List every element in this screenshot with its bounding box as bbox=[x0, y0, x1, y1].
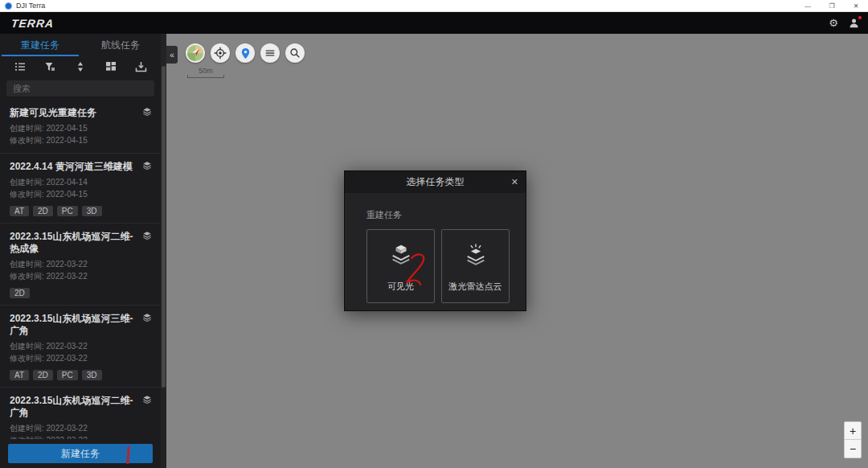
reconstruction-section-label: 重建任务 bbox=[366, 209, 510, 221]
task-item[interactable]: 2022.3.15山东机场巡河三维-广角 创建时间: 2022-03-22 修改… bbox=[0, 306, 161, 388]
task-tag: AT bbox=[10, 206, 29, 216]
new-task-button[interactable]: 新建任务 bbox=[8, 444, 153, 463]
zoom-out-button[interactable]: − bbox=[845, 440, 861, 458]
sidebar-collapse-button[interactable]: « bbox=[166, 46, 178, 64]
os-titlebar: DJI Terra — ❐ ✕ bbox=[0, 0, 868, 12]
task-sidebar: 重建任务 航线任务 新建可见光重建任务 bbox=[0, 34, 161, 468]
filter-icon[interactable] bbox=[44, 61, 56, 73]
restore-button[interactable]: ❐ bbox=[820, 0, 844, 12]
dialog-title: 选择任务类型 bbox=[407, 175, 465, 189]
task-item[interactable]: 2022.3.15山东机场巡河二维-广角 创建时间: 2022-03-22 修改… bbox=[0, 388, 161, 439]
lidar-pointcloud-icon bbox=[464, 243, 488, 270]
sidebar-toolbar bbox=[0, 56, 161, 77]
task-tag: 3D bbox=[82, 206, 102, 216]
user-account-icon[interactable] bbox=[848, 17, 860, 29]
app-icon bbox=[5, 2, 12, 10]
minimize-button[interactable]: — bbox=[796, 0, 820, 12]
task-tag: 2D bbox=[33, 370, 53, 380]
map-zoom-control: + − bbox=[844, 421, 862, 458]
notification-dot bbox=[858, 16, 862, 19]
search-input[interactable] bbox=[6, 80, 154, 96]
task-created: 创建时间: 2022-03-22 bbox=[10, 258, 151, 270]
task-tag: AT bbox=[10, 370, 29, 380]
task-title: 新建可见光重建任务 bbox=[10, 107, 151, 119]
task-tag: 2D bbox=[33, 206, 53, 216]
compass-map-button[interactable] bbox=[186, 43, 205, 63]
dialog-close-icon[interactable]: ✕ bbox=[511, 171, 518, 193]
task-created: 创建时间: 2022-03-22 bbox=[10, 340, 151, 352]
model-stack-icon bbox=[141, 161, 153, 175]
map-scale-bar: 50m bbox=[187, 68, 224, 78]
task-modified: 修改时间: 2022-04-15 bbox=[10, 188, 151, 200]
task-tag: PC bbox=[57, 206, 78, 216]
locate-button[interactable] bbox=[211, 43, 230, 63]
terra-logo: TERRA bbox=[10, 17, 55, 30]
window-title: DJI Terra bbox=[16, 2, 45, 10]
task-type-dialog: 选择任务类型 ✕ 重建任务 bbox=[344, 170, 526, 311]
task-modified: 修改时间: 2022-03-22 bbox=[10, 352, 151, 364]
task-tag: 2D bbox=[10, 288, 30, 298]
task-created: 创建时间: 2022-04-14 bbox=[10, 176, 151, 188]
model-stack-icon bbox=[141, 313, 153, 327]
map-canvas[interactable]: « bbox=[166, 34, 868, 468]
visible-light-model-icon bbox=[389, 243, 413, 270]
task-tag: PC bbox=[57, 370, 78, 380]
task-modified: 修改时间: 2022-03-22 bbox=[10, 270, 151, 282]
scale-label: 50m bbox=[187, 68, 224, 75]
tab-reconstruction-tasks[interactable]: 重建任务 bbox=[0, 34, 80, 56]
list-view-icon[interactable] bbox=[14, 61, 26, 73]
map-toolbar bbox=[186, 43, 305, 63]
pin-button[interactable] bbox=[235, 43, 255, 63]
task-list: 新建可见光重建任务 创建时间: 2022-04-15 修改时间: 2022-04… bbox=[0, 100, 161, 439]
model-stack-icon bbox=[141, 231, 153, 245]
task-created: 创建时间: 2022-04-15 bbox=[10, 122, 151, 134]
dji-terra-window: DJI Terra — ❐ ✕ TERRA ⚙ 重建任务 航线任务 bbox=[0, 0, 868, 468]
model-stack-icon bbox=[141, 107, 153, 121]
lidar-pointcloud-label: 激光雷达点云 bbox=[449, 281, 502, 293]
task-modified: 修改时间: 2022-04-15 bbox=[10, 134, 151, 146]
task-item[interactable]: 新建可见光重建任务 创建时间: 2022-04-15 修改时间: 2022-04… bbox=[0, 100, 161, 154]
task-title: 2022.4.14 黄河河道三维建模 bbox=[10, 161, 151, 173]
tab-flight-route-tasks[interactable]: 航线任务 bbox=[80, 34, 161, 56]
scrollbar-thumb[interactable] bbox=[162, 66, 166, 388]
task-title: 2022.3.15山东机场巡河二维-热成像 bbox=[10, 231, 151, 255]
app-bar: TERRA ⚙ bbox=[0, 12, 868, 34]
task-tag: 3D bbox=[82, 370, 102, 380]
lidar-pointcloud-option[interactable]: 激光雷达点云 bbox=[441, 229, 510, 303]
import-task-icon[interactable] bbox=[135, 61, 147, 73]
sidebar-scrollbar[interactable] bbox=[161, 34, 166, 468]
dialog-header: 选择任务类型 ✕ bbox=[345, 171, 526, 193]
visible-light-label: 可见光 bbox=[387, 281, 414, 293]
layers-list-button[interactable] bbox=[260, 43, 280, 63]
model-stack-icon bbox=[141, 395, 153, 409]
sidebar-tabs: 重建任务 航线任务 bbox=[0, 34, 161, 56]
scale-line bbox=[187, 75, 224, 78]
close-button[interactable]: ✕ bbox=[844, 0, 868, 12]
task-title: 2022.3.15山东机场巡河二维-广角 bbox=[10, 395, 151, 419]
task-item[interactable]: 2022.3.15山东机场巡河二维-热成像 创建时间: 2022-03-22 修… bbox=[0, 224, 161, 306]
task-item[interactable]: 2022.4.14 黄河河道三维建模 创建时间: 2022-04-14 修改时间… bbox=[0, 154, 161, 224]
grid-view-icon[interactable] bbox=[104, 61, 117, 73]
search-box bbox=[6, 80, 154, 96]
settings-gear-icon[interactable]: ⚙ bbox=[829, 18, 838, 28]
task-title: 2022.3.15山东机场巡河三维-广角 bbox=[10, 313, 151, 337]
zoom-in-button[interactable]: + bbox=[845, 422, 861, 440]
new-task-area: 新建任务 bbox=[0, 439, 161, 468]
visible-light-option[interactable]: 可见光 bbox=[366, 229, 435, 303]
sort-icon[interactable] bbox=[74, 61, 86, 73]
task-created: 创建时间: 2022-03-22 bbox=[10, 422, 151, 434]
map-search-button[interactable] bbox=[285, 43, 305, 63]
